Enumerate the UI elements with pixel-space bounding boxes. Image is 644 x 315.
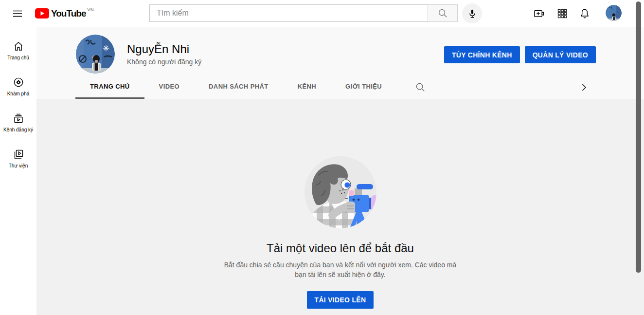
sidebar-item-label: Thư viện bbox=[9, 163, 28, 168]
sidebar-item-home[interactable]: Trang chủ bbox=[0, 32, 36, 68]
tab-playlists[interactable]: DANH SÁCH PHÁT bbox=[194, 75, 283, 99]
customize-channel-button[interactable]: TÙY CHỈNH KÊNH bbox=[444, 46, 520, 63]
search-icon bbox=[437, 8, 448, 19]
channel-avatar[interactable] bbox=[76, 35, 115, 74]
empty-state-title: Tải một video lên để bắt đầu bbox=[267, 241, 414, 255]
country-code-label: VN bbox=[87, 7, 94, 12]
sidebar-item-label: Trang chủ bbox=[7, 55, 29, 60]
account-avatar-image bbox=[606, 5, 622, 21]
youtube-apps-button[interactable] bbox=[556, 8, 568, 19]
upload-video-button[interactable]: TẢI VIDEO LÊN bbox=[307, 291, 374, 309]
upload-illustration bbox=[304, 156, 377, 229]
apps-grid-icon bbox=[556, 8, 568, 19]
empty-state-description: Bắt đầu chia sẻ câu chuyện của bạn và kế… bbox=[222, 260, 459, 279]
channel-tabs: TRANG CHỦ VIDEO DANH SÁCH PHÁT KÊNH GIỚI… bbox=[75, 75, 644, 99]
library-icon bbox=[13, 148, 24, 160]
sidebar-item-library[interactable]: Thư viện bbox=[0, 140, 36, 176]
compass-icon bbox=[13, 76, 24, 88]
mini-sidebar: Trang chủ Khám phá Kênh đăng ký bbox=[0, 27, 36, 315]
microphone-icon bbox=[467, 8, 478, 19]
video-camera-plus-icon bbox=[533, 8, 545, 19]
channel-search-icon bbox=[415, 82, 426, 93]
channel-search-button[interactable] bbox=[408, 75, 432, 99]
home-icon bbox=[13, 40, 24, 52]
channel-empty-state: Tải một video lên để bắt đầu Bắt đầu chi… bbox=[36, 99, 644, 315]
top-header: YouTube VN bbox=[0, 0, 644, 27]
sidebar-item-subscriptions[interactable]: Kênh đăng ký bbox=[0, 104, 36, 140]
channel-name: NguyỄn Nhi bbox=[127, 42, 189, 56]
sidebar-item-explore[interactable]: Khám phá bbox=[0, 68, 36, 104]
hamburger-icon bbox=[12, 8, 23, 19]
subscriber-count: Không có người đăng ký bbox=[127, 58, 201, 66]
tab-about[interactable]: GIỚI THIỆU bbox=[331, 75, 396, 99]
channel-action-buttons: TÙY CHỈNH KÊNH QUẢN LÝ VIDEO bbox=[444, 46, 596, 63]
hamburger-menu-button[interactable] bbox=[12, 8, 23, 19]
bell-icon bbox=[579, 8, 590, 19]
sidebar-item-label: Kênh đăng ký bbox=[3, 127, 33, 132]
account-avatar[interactable] bbox=[606, 5, 622, 21]
channel-avatar-image bbox=[76, 35, 115, 74]
subscriptions-icon bbox=[13, 112, 24, 124]
youtube-logo[interactable]: YouTube VN bbox=[35, 8, 94, 19]
tabs-scroll-right-button[interactable] bbox=[578, 81, 590, 93]
tab-channels[interactable]: KÊNH bbox=[283, 75, 331, 99]
chevron-right-icon bbox=[578, 81, 590, 93]
tab-home[interactable]: TRANG CHỦ bbox=[75, 75, 144, 99]
notifications-button[interactable] bbox=[579, 8, 590, 19]
search-button[interactable] bbox=[428, 4, 458, 22]
manage-videos-button[interactable]: QUẢN LÝ VIDEO bbox=[525, 46, 596, 63]
create-video-button[interactable] bbox=[533, 8, 545, 19]
youtube-play-icon bbox=[35, 8, 49, 19]
search-area bbox=[149, 4, 458, 22]
youtube-wordmark: YouTube bbox=[51, 8, 86, 19]
tab-videos[interactable]: VIDEO bbox=[144, 75, 194, 99]
scrollbar-thumb[interactable] bbox=[636, 1, 641, 273]
channel-header: NguyỄn Nhi Không có người đăng ký TÙY CH… bbox=[36, 27, 644, 99]
voice-search-button[interactable] bbox=[462, 3, 482, 23]
search-input[interactable] bbox=[149, 4, 428, 22]
sidebar-item-label: Khám phá bbox=[7, 91, 30, 96]
